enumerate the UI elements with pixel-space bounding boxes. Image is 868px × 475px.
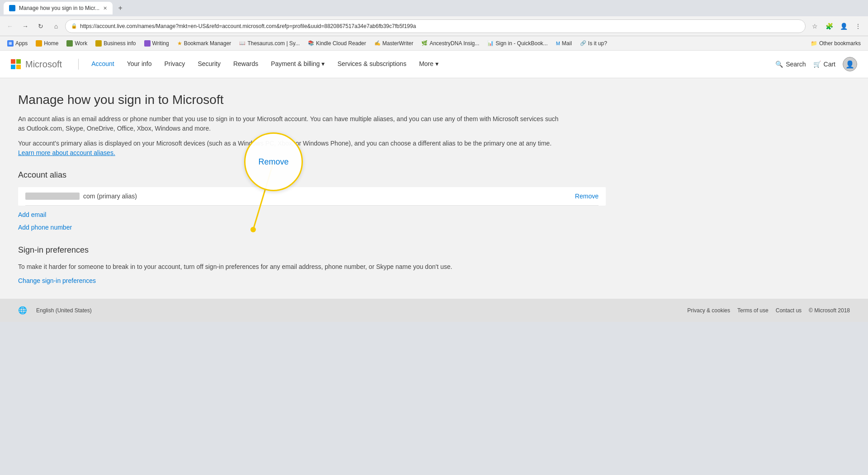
nav-account[interactable]: Account	[86, 51, 120, 78]
ms-header-top: Microsoft Account Your info Privacy Secu…	[0, 51, 868, 78]
nav-your-info[interactable]: Your info	[122, 51, 157, 78]
bookmark-business-label: Business info	[104, 40, 136, 47]
ancestry-icon: 🌿	[421, 40, 428, 46]
bookmark-thesaurus[interactable]: 📖 Thesaurus.com | Sy...	[236, 39, 303, 48]
add-email-link[interactable]: Add email	[18, 211, 850, 218]
bookmark-manager[interactable]: ★ Bookmark Manager	[174, 39, 235, 48]
bookmark-writing-label: Writing	[152, 40, 169, 47]
bookmark-masterwriter[interactable]: ✍ MasterWriter	[371, 39, 417, 48]
nav-more[interactable]: More ▾	[414, 51, 444, 78]
nav-privacy[interactable]: Privacy	[159, 51, 190, 78]
alias-email-masked	[25, 193, 80, 200]
learn-more-link[interactable]: Learn more about account aliases.	[18, 149, 115, 156]
footer-contact-us[interactable]: Contact us	[776, 307, 802, 314]
footer-terms-of-use[interactable]: Terms of use	[737, 307, 769, 314]
ms-header-divider	[78, 59, 79, 70]
alias-section-title: Account alias	[18, 170, 850, 180]
new-tab-button[interactable]: +	[114, 2, 126, 14]
forward-button[interactable]: →	[19, 20, 32, 33]
bookmark-masterwriter-label: MasterWriter	[382, 40, 413, 47]
extensions-button[interactable]: 🧩	[823, 20, 835, 33]
search-button[interactable]: 🔍 Search	[775, 61, 806, 68]
footer-privacy-cookies[interactable]: Privacy & cookies	[687, 307, 730, 314]
bookmark-work-label: Work	[75, 40, 87, 47]
page-title: Manage how you sign in to Microsoft	[18, 93, 850, 107]
bookmark-apps[interactable]: ▦ Apps	[4, 39, 31, 48]
bookmark-manager-label: Bookmark Manager	[184, 40, 231, 47]
bookmark-quickbook[interactable]: 📊 Sign in - QuickBook...	[484, 39, 551, 48]
browser-frame: Manage how you sign in to Micr... ✕ + ← …	[0, 0, 868, 475]
home-button[interactable]: ⌂	[50, 20, 62, 33]
page-footer: 🌐 English (United States) Privacy & cook…	[0, 299, 868, 322]
thesaurus-icon: 📖	[239, 40, 245, 46]
bookmark-writing[interactable]: Writing	[141, 39, 173, 48]
browser-tab-active[interactable]: Manage how you sign in to Micr... ✕	[4, 2, 113, 14]
page-description: An account alias is an email address or …	[18, 114, 561, 133]
nav-security[interactable]: Security	[192, 51, 226, 78]
kindle-icon: 📚	[308, 40, 314, 46]
bookmark-ancestry[interactable]: 🌿 AncestryDNA Insig...	[418, 39, 483, 48]
ms-logo-sq4	[16, 65, 21, 69]
change-prefs-link[interactable]: Change sign-in preferences	[18, 277, 96, 284]
description-secondary-text: Your account's primary alias is displaye…	[18, 140, 552, 147]
toolbar-actions: ☆ 🧩 👤 ⋮	[808, 20, 864, 33]
payment-billing-chevron-icon: ▾	[321, 60, 325, 67]
writing-bookmark-icon	[144, 40, 151, 47]
tab-close-button[interactable]: ✕	[103, 5, 107, 11]
alias-row: com (primary alias) Remove	[25, 187, 599, 206]
bookmark-isitup[interactable]: 🔗 Is it up?	[576, 39, 611, 48]
browser-toolbar: ← → ↻ ⌂ 🔒 https://account.live.com/names…	[0, 16, 868, 36]
alias-primary-label: com (primary alias)	[83, 193, 137, 200]
bookmark-mail[interactable]: M Mail	[552, 39, 576, 48]
cart-button[interactable]: 🛒 Cart	[813, 61, 835, 68]
back-button[interactable]: ←	[4, 20, 16, 33]
page-content: Manage how you sign in to Microsoft An a…	[0, 78, 868, 299]
account-avatar-button[interactable]: 👤	[843, 57, 857, 71]
bookmark-quickbook-label: Sign in - QuickBook...	[495, 40, 547, 47]
footer-links: Privacy & cookies Terms of use Contact u…	[687, 307, 850, 314]
url-text: https://account.live.com/names/Manage?mk…	[80, 23, 800, 29]
apps-icon: ▦	[7, 40, 14, 47]
sign-in-prefs-section: Sign-in preferences To make it harder fo…	[18, 245, 850, 284]
sign-in-pref-desc: To make it harder for someone to break i…	[18, 262, 470, 272]
nav-rewards[interactable]: Rewards	[228, 51, 264, 78]
footer-copyright: © Microsoft 2018	[809, 307, 850, 314]
star-bookmark-button[interactable]: ☆	[808, 20, 821, 33]
mail-icon: M	[556, 41, 560, 46]
account-person-icon: 👤	[845, 60, 854, 69]
ms-logo-sq3	[11, 65, 15, 69]
alias-remove-link[interactable]: Remove	[575, 193, 599, 200]
ms-logo-sq1	[11, 59, 15, 64]
bookmark-business-info[interactable]: Business info	[92, 39, 139, 48]
home-bookmark-icon	[36, 40, 42, 47]
cart-icon: 🛒	[813, 61, 821, 68]
lock-icon: 🔒	[71, 23, 77, 29]
bookmark-home[interactable]: Home	[32, 39, 62, 48]
ms-header-actions: 🔍 Search 🛒 Cart 👤	[775, 57, 857, 71]
add-phone-link[interactable]: Add phone number	[18, 224, 850, 231]
bookmark-other[interactable]: 📁 Other bookmarks	[807, 39, 864, 48]
isitup-icon: 🔗	[580, 40, 586, 46]
bookmark-kindle-label: Kindle Cloud Reader	[316, 40, 366, 47]
refresh-button[interactable]: ↻	[34, 20, 47, 33]
bookmark-thesaurus-label: Thesaurus.com | Sy...	[247, 40, 300, 47]
bookmark-kindle[interactable]: 📚 Kindle Cloud Reader	[304, 39, 370, 48]
masterwriter-icon: ✍	[374, 40, 381, 46]
ms-logo-text: Microsoft	[25, 59, 62, 70]
ms-nav: Account Your info Privacy Security Rewar…	[86, 51, 775, 78]
nav-services-subscriptions[interactable]: Services & subscriptions	[332, 51, 412, 78]
bookmark-other-label: Other bookmarks	[819, 40, 861, 47]
cart-label: Cart	[824, 61, 835, 68]
ms-header: Microsoft Account Your info Privacy Secu…	[0, 51, 868, 78]
nav-payment-billing[interactable]: Payment & billing ▾	[265, 51, 330, 78]
profile-button[interactable]: 👤	[837, 20, 850, 33]
address-bar[interactable]: 🔒 https://account.live.com/names/Manage?…	[65, 19, 806, 33]
ms-logo[interactable]: Microsoft	[11, 59, 62, 70]
business-bookmark-icon	[95, 40, 102, 47]
quickbook-icon: 📊	[487, 40, 494, 46]
bookmark-isitup-label: Is it up?	[588, 40, 607, 47]
bookmark-mail-label: Mail	[562, 40, 572, 47]
tab-title: Manage how you sign in to Micr...	[19, 5, 99, 11]
bookmark-work[interactable]: Work	[63, 39, 91, 48]
menu-button[interactable]: ⋮	[852, 20, 864, 33]
